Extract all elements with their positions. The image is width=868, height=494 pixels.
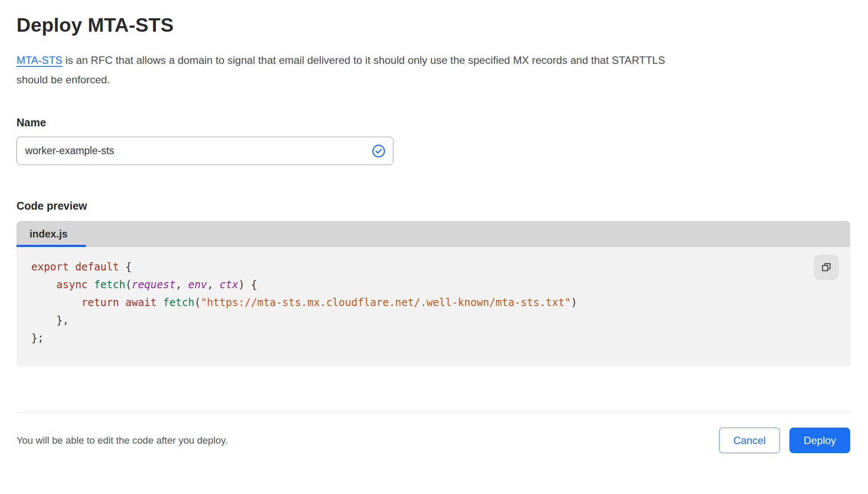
name-input-wrapper <box>17 137 393 165</box>
code-preview-label: Code preview <box>17 200 850 212</box>
copy-icon <box>821 261 832 274</box>
deploy-mta-sts-page: Deploy MTA-STS MTA-STS is an RFC that al… <box>0 14 868 453</box>
deploy-button[interactable]: Deploy <box>789 428 850 453</box>
page-title: Deploy MTA-STS <box>17 14 850 36</box>
footer-divider <box>17 412 850 413</box>
footer: You will be able to edit the code after … <box>17 428 850 453</box>
footer-actions: Cancel Deploy <box>719 428 850 453</box>
code-tab-bar: index.js <box>17 221 850 247</box>
copy-code-button[interactable] <box>814 255 839 280</box>
footer-note: You will be able to edit the code after … <box>17 435 228 446</box>
mta-sts-link[interactable]: MTA-STS <box>17 54 63 66</box>
code-preview-block: index.js export default { async fetch(re… <box>17 221 850 366</box>
description-text: is an RFC that allows a domain to signal… <box>17 54 665 86</box>
check-circle-icon <box>372 144 386 158</box>
name-input[interactable] <box>17 137 393 165</box>
name-label: Name <box>17 116 850 129</box>
description: MTA-STS is an RFC that allows a domain t… <box>17 50 668 89</box>
cancel-button[interactable]: Cancel <box>719 428 780 453</box>
tab-index-js[interactable]: index.js <box>17 221 86 247</box>
code-content: export default { async fetch(request, en… <box>17 258 850 347</box>
code-editor-area: export default { async fetch(request, en… <box>17 247 850 366</box>
